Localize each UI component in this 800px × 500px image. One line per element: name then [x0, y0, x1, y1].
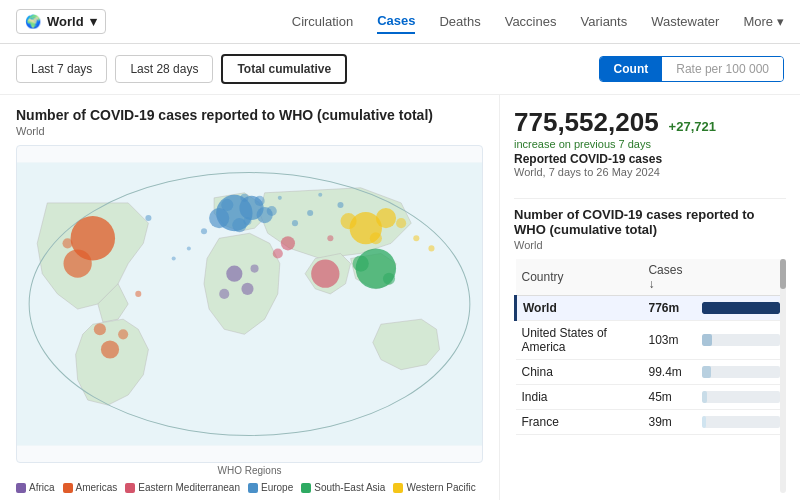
- cases-cell: 99.4m: [642, 360, 696, 385]
- country-cell: France: [516, 410, 643, 435]
- country-cell: United States of America: [516, 321, 643, 360]
- scroll-thumb: [780, 259, 786, 289]
- svg-point-15: [267, 206, 277, 216]
- bar-cell: [696, 385, 786, 410]
- who-regions-label: WHO Regions: [16, 465, 483, 476]
- country-header[interactable]: Country: [516, 259, 643, 296]
- header: 🌍 World ▾ Circulation Cases Deaths Vacci…: [0, 0, 800, 44]
- western-pacific-label: Western Pacific: [406, 482, 475, 493]
- svg-point-29: [226, 266, 242, 282]
- right-panel: 775,552,205 +27,721 increase on previous…: [500, 95, 800, 500]
- tab-28days[interactable]: Last 28 days: [115, 55, 213, 83]
- bar-cell: [696, 321, 786, 360]
- tab-total-cumulative[interactable]: Total cumulative: [221, 54, 347, 84]
- svg-point-36: [327, 235, 333, 241]
- map-world-label: World: [16, 125, 483, 137]
- africa-label: Africa: [29, 482, 55, 493]
- svg-point-5: [94, 323, 106, 335]
- legend-eastern-med: Eastern Mediterranean: [125, 482, 240, 493]
- world-selector[interactable]: 🌍 World ▾: [16, 9, 106, 34]
- cases-header[interactable]: Cases ↓: [642, 259, 696, 296]
- svg-point-14: [255, 196, 265, 206]
- country-cell: China: [516, 360, 643, 385]
- svg-point-40: [428, 245, 434, 251]
- svg-point-31: [219, 289, 229, 299]
- svg-point-25: [370, 232, 382, 244]
- main-nav: Circulation Cases Deaths Vaccines Varian…: [292, 6, 784, 37]
- world-map: [16, 145, 483, 463]
- left-panel: Number of COVID-19 cases reported to WHO…: [0, 95, 500, 500]
- cases-cell: 776m: [642, 296, 696, 321]
- country-cell: India: [516, 385, 643, 410]
- svg-point-4: [101, 340, 119, 358]
- count-rate-toggle: Count Rate per 100 000: [599, 56, 784, 82]
- nav-variants[interactable]: Variants: [580, 10, 627, 33]
- svg-point-21: [311, 260, 339, 288]
- nav-wastewater[interactable]: Wastewater: [651, 10, 719, 33]
- table-header-row: Country Cases ↓: [516, 259, 787, 296]
- svg-point-17: [243, 217, 251, 225]
- world-selector-label: World: [47, 14, 84, 29]
- table-world-label: World: [514, 239, 786, 251]
- svg-point-28: [273, 248, 283, 258]
- sort-icon: ↓: [648, 277, 654, 291]
- svg-point-23: [376, 208, 396, 228]
- svg-point-41: [135, 291, 141, 297]
- americas-color-dot: [63, 483, 73, 493]
- svg-point-38: [337, 202, 343, 208]
- svg-point-32: [251, 265, 259, 273]
- svg-point-6: [118, 329, 128, 339]
- legend-americas: Americas: [63, 482, 118, 493]
- table-row[interactable]: France39m: [516, 410, 787, 435]
- cases-cell: 103m: [642, 321, 696, 360]
- table-row[interactable]: India45m: [516, 385, 787, 410]
- rate-button[interactable]: Rate per 100 000: [662, 57, 783, 81]
- svg-point-33: [145, 215, 151, 221]
- svg-point-34: [201, 228, 207, 234]
- svg-point-24: [340, 213, 356, 229]
- cases-cell: 45m: [642, 385, 696, 410]
- main-content: Number of COVID-19 cases reported to WHO…: [0, 95, 800, 500]
- increase-label: increase on previous 7 days: [514, 138, 786, 150]
- eastern-med-color-dot: [125, 483, 135, 493]
- nav-vaccines[interactable]: Vaccines: [505, 10, 557, 33]
- nav-more[interactable]: More ▾: [743, 6, 784, 37]
- nav-cases[interactable]: Cases: [377, 9, 415, 34]
- globe-icon: 🌍: [25, 14, 41, 29]
- bar-header: [696, 259, 786, 296]
- table-row[interactable]: World776m: [516, 296, 787, 321]
- table-row[interactable]: China99.4m: [516, 360, 787, 385]
- case-increase: +27,721: [669, 119, 716, 134]
- count-button[interactable]: Count: [600, 57, 663, 81]
- nav-deaths[interactable]: Deaths: [439, 10, 480, 33]
- europe-color-dot: [248, 483, 258, 493]
- svg-point-39: [413, 235, 419, 241]
- country-cell: World: [516, 296, 643, 321]
- map-title: Number of COVID-19 cases reported to WHO…: [16, 107, 483, 123]
- svg-point-26: [396, 218, 406, 228]
- svg-point-44: [278, 196, 282, 200]
- table-wrapper: Country Cases ↓ World776mUnited States o…: [514, 259, 786, 493]
- toolbar: Last 7 days Last 28 days Total cumulativ…: [0, 44, 800, 95]
- legend-western-pacific: Western Pacific: [393, 482, 475, 493]
- bar-cell: [696, 360, 786, 385]
- section-divider: [514, 198, 786, 199]
- reported-label: Reported COVID-19 cases: [514, 152, 786, 166]
- legend-southeast-asia: South-East Asia: [301, 482, 385, 493]
- svg-point-10: [209, 208, 229, 228]
- nav-circulation[interactable]: Circulation: [292, 10, 353, 33]
- chevron-down-icon: ▾: [90, 14, 97, 29]
- tab-7days[interactable]: Last 7 days: [16, 55, 107, 83]
- svg-point-19: [353, 255, 369, 271]
- table-title: Number of COVID-19 cases reported to WHO…: [514, 207, 786, 237]
- table-row[interactable]: United States of America103m: [516, 321, 787, 360]
- svg-point-42: [172, 256, 176, 260]
- scroll-bar[interactable]: [780, 259, 786, 493]
- europe-label: Europe: [261, 482, 293, 493]
- bar-cell: [696, 296, 786, 321]
- svg-point-7: [62, 238, 72, 248]
- svg-point-20: [383, 273, 395, 285]
- chevron-more-icon: ▾: [777, 10, 784, 33]
- cases-table: Country Cases ↓ World776mUnited States o…: [514, 259, 786, 435]
- svg-point-43: [187, 246, 191, 250]
